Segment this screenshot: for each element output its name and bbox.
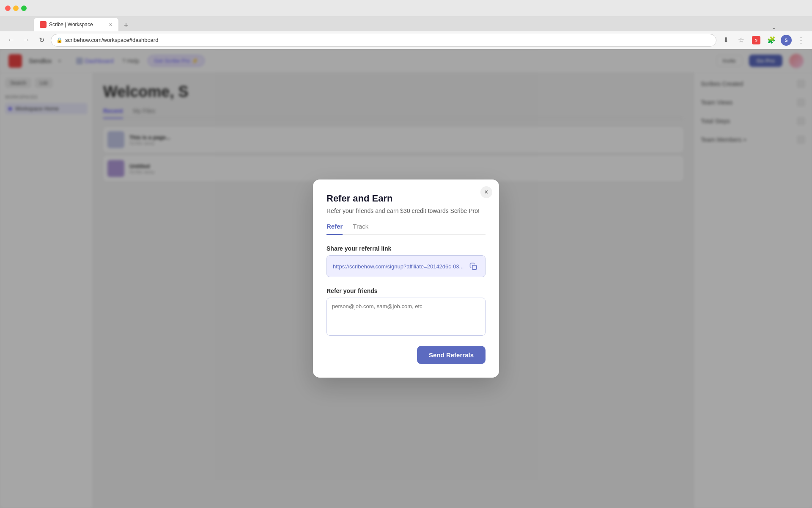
modal-tabs: Refer Track bbox=[326, 223, 486, 235]
tab-refer[interactable]: Refer bbox=[326, 223, 343, 235]
modal-overlay[interactable]: × Refer and Earn Refer your friends and … bbox=[0, 49, 812, 508]
send-referrals-button[interactable]: Send Referrals bbox=[417, 346, 486, 364]
friends-label: Refer your friends bbox=[326, 287, 486, 294]
referral-link-box: https://scribehow.com/signup?affiliate=2… bbox=[326, 255, 486, 277]
browser-titlebar bbox=[0, 0, 812, 16]
friends-email-input[interactable] bbox=[326, 298, 486, 336]
tab-track[interactable]: Track bbox=[353, 223, 368, 234]
modal-footer: Send Referrals bbox=[326, 346, 486, 364]
copy-icon bbox=[469, 262, 477, 270]
maximize-traffic-light[interactable] bbox=[21, 6, 27, 11]
scribe-extension-icon[interactable]: S bbox=[750, 34, 762, 46]
modal-subtitle: Refer your friends and earn $30 credit t… bbox=[326, 207, 486, 214]
lock-icon: 🔒 bbox=[56, 37, 63, 43]
referral-link-text: https://scribehow.com/signup?affiliate=2… bbox=[333, 263, 467, 270]
referral-link-section: Share your referral link https://scribeh… bbox=[326, 245, 486, 277]
new-tab-button[interactable]: + bbox=[120, 19, 132, 31]
refer-friends-section: Refer your friends bbox=[326, 287, 486, 337]
refer-earn-modal: × Refer and Earn Refer your friends and … bbox=[313, 179, 499, 378]
browser-tab[interactable]: Scribe | Workspace × bbox=[34, 18, 118, 31]
back-button[interactable]: ← bbox=[5, 34, 17, 46]
tab-close-icon[interactable]: × bbox=[109, 21, 112, 28]
forward-button[interactable]: → bbox=[20, 34, 32, 46]
minimize-traffic-light[interactable] bbox=[13, 6, 19, 11]
modal-title: Refer and Earn bbox=[326, 193, 486, 204]
menu-icon[interactable]: ⋮ bbox=[795, 34, 807, 46]
address-text: scribehow.com/workspace#dashboard bbox=[65, 37, 158, 43]
close-traffic-light[interactable] bbox=[5, 6, 11, 11]
tab-title: Scribe | Workspace bbox=[49, 22, 107, 28]
window-control-icon[interactable]: ⌄ bbox=[770, 23, 778, 31]
refresh-button[interactable]: ↻ bbox=[36, 34, 47, 46]
browser-profile[interactable]: S bbox=[781, 35, 792, 46]
tab-favicon bbox=[40, 21, 47, 28]
copy-link-button[interactable] bbox=[467, 260, 479, 272]
tab-bar: Scribe | Workspace × + ⌄ bbox=[0, 16, 812, 31]
address-bar[interactable]: 🔒 scribehow.com/workspace#dashboard bbox=[51, 34, 716, 47]
modal-close-button[interactable]: × bbox=[480, 186, 492, 198]
download-icon[interactable]: ⬇ bbox=[720, 34, 732, 46]
puzzle-icon[interactable]: 🧩 bbox=[765, 34, 777, 46]
nav-bar: ← → ↻ 🔒 scribehow.com/workspace#dashboar… bbox=[0, 31, 812, 49]
bookmark-icon[interactable]: ☆ bbox=[735, 34, 747, 46]
svg-rect-0 bbox=[472, 265, 477, 270]
traffic-lights bbox=[5, 6, 27, 11]
referral-link-label: Share your referral link bbox=[326, 245, 486, 252]
